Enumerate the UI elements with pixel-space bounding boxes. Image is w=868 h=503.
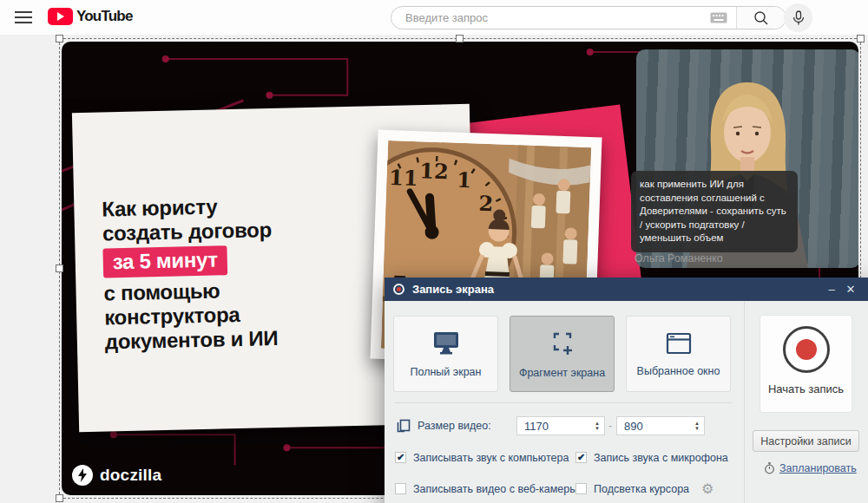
- screen-fragment-icon: [549, 330, 576, 357]
- start-record-label: Начать запись: [768, 382, 844, 395]
- resize-handle-top-middle[interactable]: [456, 35, 464, 42]
- record-dot-icon: [796, 339, 817, 360]
- resize-handle-bottom-left[interactable]: [56, 494, 63, 502]
- close-button[interactable]: ✕: [841, 283, 860, 296]
- slide-title-highlight: за 5 минут: [102, 245, 227, 278]
- checkbox-row: Записывать звук с компьютера Запись звук…: [385, 452, 744, 465]
- youtube-logo[interactable]: YouTube: [48, 8, 133, 25]
- record-app-icon: [393, 284, 404, 295]
- slide-title-line: с помощью: [103, 278, 277, 306]
- mode-selected-window[interactable]: Выбранное окно: [626, 316, 731, 392]
- spinner-arrows-icon[interactable]: [690, 421, 704, 431]
- youtube-topbar: YouTube: [0, 0, 868, 35]
- video-size-icon: [397, 419, 411, 433]
- minimize-button[interactable]: –: [822, 283, 841, 296]
- start-record-button[interactable]: [783, 326, 830, 373]
- stopwatch-icon: [764, 462, 775, 474]
- screen-record-dialog: Запись экрана – ✕ Полный экран: [385, 278, 868, 503]
- search-input[interactable]: [391, 11, 710, 24]
- svg-text:12: 12: [419, 158, 449, 184]
- mode-full-screen[interactable]: Полный экран: [393, 316, 498, 392]
- speaker-name: Ольга Романенко: [635, 252, 723, 265]
- slide-title-line: документов и ИИ: [105, 326, 279, 355]
- mode-label: Фрагмент экрана: [519, 367, 605, 379]
- schedule-link[interactable]: Запланировать: [779, 462, 857, 474]
- width-input[interactable]: [517, 420, 590, 433]
- checkbox-label: Запись звука с микрофона: [594, 452, 728, 464]
- start-record-card: Начать запись: [760, 315, 852, 413]
- dialog-right-panel: Начать запись Настройки записи Запланиро…: [745, 301, 868, 503]
- mode-label: Полный экран: [411, 366, 482, 378]
- voice-search-button[interactable]: [784, 3, 812, 32]
- slide-title-line: создать договор: [102, 218, 276, 246]
- checkbox-label: Подсветка курсора: [594, 483, 689, 495]
- svg-text:1: 1: [457, 167, 472, 193]
- capture-mode-group: Полный экран Фрагмент экрана Выбранное: [393, 316, 731, 392]
- search-icon: [753, 10, 769, 26]
- resize-handle-middle-left[interactable]: [56, 265, 63, 272]
- youtube-play-icon: [48, 8, 73, 25]
- mode-screen-fragment[interactable]: Фрагмент экрана: [510, 316, 615, 392]
- dialog-title: Запись экрана: [412, 283, 822, 296]
- checkbox-label: Записывать звук с компьютера: [413, 452, 569, 464]
- brand-name: doczilla: [100, 466, 161, 485]
- monitor-icon: [431, 330, 461, 356]
- slide-title-line: конструктора: [104, 302, 278, 330]
- height-spinner: [616, 416, 705, 435]
- checkbox-webcam-video[interactable]: [395, 483, 406, 494]
- spinner-arrows-icon[interactable]: [590, 421, 604, 431]
- youtube-logo-text: YouTube: [76, 8, 133, 25]
- record-settings-label: Настройки записи: [760, 435, 851, 447]
- checkbox-label: Записывать видео с веб-камеры: [413, 483, 577, 495]
- svg-text:11: 11: [389, 165, 418, 191]
- brand-logo: doczilla: [72, 465, 161, 486]
- window-icon: [665, 331, 693, 356]
- video-size-label: Размер видео:: [418, 420, 491, 432]
- checkbox-computer-audio[interactable]: [395, 452, 406, 463]
- size-separator: -: [608, 420, 612, 432]
- checkbox-row: Записывать видео с веб-камеры Подсветка …: [385, 483, 744, 496]
- resize-handle-top-left[interactable]: [56, 35, 63, 42]
- menu-icon[interactable]: [15, 11, 32, 23]
- height-input[interactable]: [617, 420, 690, 433]
- width-spinner: [516, 416, 605, 435]
- gear-icon[interactable]: [701, 480, 713, 497]
- search-button[interactable]: [737, 7, 786, 29]
- record-settings-button[interactable]: Настройки записи: [753, 430, 859, 452]
- mode-label: Выбранное окно: [637, 365, 720, 377]
- checkbox-cursor-highlight[interactable]: [575, 483, 587, 494]
- svg-text:2: 2: [478, 191, 494, 217]
- schedule-link-row[interactable]: Запланировать: [764, 462, 857, 474]
- checkbox-mic-audio[interactable]: [575, 452, 587, 463]
- slide-title: Как юристу создать договор за 5 минут с …: [102, 193, 279, 354]
- dialog-body: Полный экран Фрагмент экрана Выбранное: [385, 301, 868, 503]
- divider: [395, 402, 732, 403]
- doczilla-icon: [72, 465, 93, 486]
- keyboard-icon[interactable]: [710, 12, 727, 23]
- slide-title-line: Как юристу: [102, 193, 275, 222]
- caption-bubble: как применить ИИ для составления соглаше…: [631, 171, 798, 252]
- dialog-titlebar[interactable]: Запись экрана – ✕: [385, 278, 868, 301]
- resize-handle-top-right[interactable]: [857, 35, 865, 42]
- video-size-row: Размер видео: -: [385, 416, 744, 435]
- microphone-icon: [792, 10, 806, 26]
- search-bar: [391, 6, 786, 29]
